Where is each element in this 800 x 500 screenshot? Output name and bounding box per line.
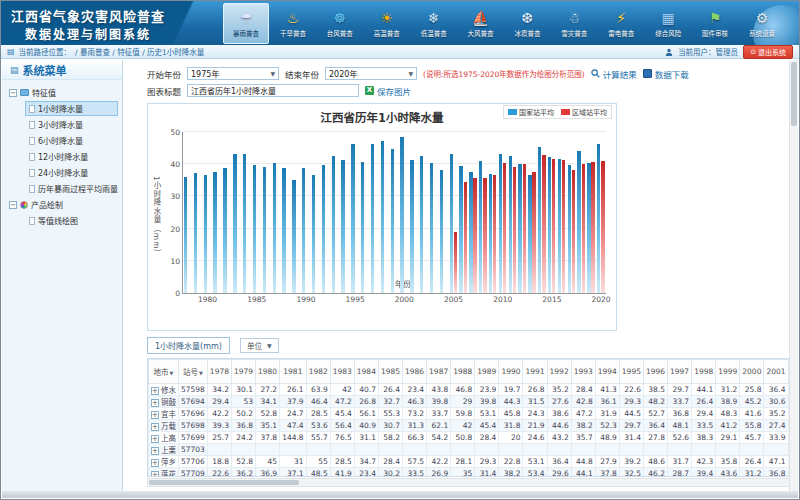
- sidebar-item-等值线绘图[interactable]: 等值线绘图: [25, 213, 118, 228]
- value-cell: 40.9: [354, 420, 378, 432]
- nav-item-wind[interactable]: ⛵大风普查: [458, 3, 504, 44]
- column-header-year[interactable]: 1990: [499, 360, 523, 384]
- end-year-select[interactable]: 2020年▼: [325, 67, 417, 80]
- gridline: [183, 131, 606, 132]
- bar-national-avg: [322, 165, 325, 293]
- column-header-year[interactable]: 1995: [619, 360, 643, 384]
- range-note: (说明:所选1975-2020年数据作为绘图分析范围): [423, 68, 585, 79]
- city-cell[interactable]: +万载: [149, 420, 179, 432]
- column-header-year[interactable]: 1979: [231, 360, 255, 384]
- tree-group-products[interactable]: −产品绘制: [4, 197, 120, 212]
- row-expand-icon[interactable]: +: [151, 459, 159, 467]
- bar-national-avg: [499, 154, 502, 293]
- value-cell: [692, 444, 716, 456]
- city-cell[interactable]: +上栗: [149, 444, 179, 456]
- bar-national-avg: [577, 151, 580, 293]
- row-expand-icon[interactable]: +: [151, 411, 159, 419]
- city-cell[interactable]: +宜丰: [149, 408, 179, 420]
- sidebar-item-6小时降水量[interactable]: 6小时降水量: [25, 133, 118, 148]
- sidebar-item-24小时降水量[interactable]: 24小时降水量: [25, 165, 118, 180]
- tree-group-label: 特征值: [32, 87, 56, 98]
- row-expand-icon[interactable]: +: [151, 435, 159, 443]
- sidebar-item-1小时降水量[interactable]: 1小时降水量: [25, 101, 118, 116]
- column-header-year[interactable]: 1996: [643, 360, 667, 384]
- column-header-year[interactable]: 2000: [740, 360, 764, 384]
- calculate-button[interactable]: 计算结果: [591, 68, 637, 80]
- column-header-year[interactable]: 1983: [330, 360, 354, 384]
- scrollbar-thumb[interactable]: [791, 62, 797, 126]
- city-cell[interactable]: +莲花: [149, 468, 179, 478]
- bar-national-avg: [400, 137, 403, 293]
- sidebar: ▤ 系统菜单 −特征值1小时降水量3小时降水量6小时降水量12小时降水量24小时…: [2, 60, 123, 491]
- column-header-year[interactable]: 1986: [403, 360, 427, 384]
- row-expand-icon[interactable]: +: [151, 447, 159, 455]
- data-download-button[interactable]: 数据下载: [643, 68, 689, 80]
- city-cell[interactable]: +上高: [149, 432, 179, 444]
- city-cell[interactable]: +铜鼓: [149, 396, 179, 408]
- column-header-year[interactable]: 1989: [475, 360, 499, 384]
- value-cell: 43.8: [427, 384, 451, 396]
- value-cell: [378, 444, 402, 456]
- column-header-year[interactable]: 1994: [595, 360, 619, 384]
- column-header-year[interactable]: 1997: [668, 360, 692, 384]
- collapse-icon[interactable]: −: [9, 89, 17, 97]
- column-header-year[interactable]: 1978: [207, 360, 231, 384]
- nav-item-typhoon[interactable]: ☸台风普查: [317, 3, 363, 44]
- row-expand-icon[interactable]: +: [151, 423, 159, 431]
- value-cell: 31: [280, 456, 306, 468]
- column-header-year[interactable]: 1981: [280, 360, 306, 384]
- row-expand-icon[interactable]: +: [151, 387, 159, 395]
- column-header-year[interactable]: 2001: [764, 360, 788, 384]
- nav-item-snow[interactable]: ☃雪灾普查: [551, 3, 597, 44]
- column-header-year[interactable]: 1999: [716, 360, 740, 384]
- column-header-year[interactable]: 1998: [692, 360, 716, 384]
- column-header-year[interactable]: 1991: [523, 360, 547, 384]
- nav-item-comprehensive-risk[interactable]: ▦综合风险: [645, 3, 691, 44]
- nav-item-hail[interactable]: ❆冰雹普查: [504, 3, 550, 44]
- value-cell: 53.4: [523, 468, 547, 478]
- city-cell[interactable]: +萍乡: [149, 456, 179, 468]
- unit-select[interactable]: 单位▼: [240, 338, 279, 353]
- start-year-select[interactable]: 1975年▼: [187, 67, 279, 80]
- row-expand-icon[interactable]: +: [151, 471, 159, 477]
- column-header-station[interactable]: 站号▼: [179, 360, 208, 384]
- station-data-table: 地市▼站号▼1978197919801981198219831984198519…: [148, 359, 795, 477]
- chart-title-input[interactable]: [187, 84, 359, 97]
- city-cell[interactable]: +修水: [149, 384, 179, 396]
- nav-item-high-temp[interactable]: ☀高温普查: [364, 3, 410, 44]
- value-cell: [403, 444, 427, 456]
- nav-item-system-settings[interactable]: ⚙系统设置: [739, 3, 785, 44]
- save-image-button[interactable]: X 保存图片: [365, 85, 411, 97]
- nav-item-map-review[interactable]: ⚑图件审核: [692, 3, 738, 44]
- sidebar-item-3小时降水量[interactable]: 3小时降水量: [25, 117, 118, 132]
- column-header-year[interactable]: 1984: [354, 360, 378, 384]
- nav-item-rainstorm[interactable]: ☂暴雨普查: [223, 3, 269, 44]
- collapse-icon[interactable]: −: [9, 201, 17, 209]
- table-horizontal-scrollbar[interactable]: [147, 478, 795, 487]
- value-cell: 44.1: [692, 384, 716, 396]
- column-header-year[interactable]: 1982: [306, 360, 330, 384]
- page-vertical-scrollbar[interactable]: [789, 60, 798, 491]
- sidebar-item-12小时降水量[interactable]: 12小时降水量: [25, 149, 118, 164]
- scrollbar-thumb[interactable]: [149, 480, 299, 485]
- nav-item-drought[interactable]: ♨干旱普查: [270, 3, 316, 44]
- table-tab[interactable]: 1小时降水量(mm): [147, 337, 230, 354]
- value-cell: 22.6: [619, 384, 643, 396]
- value-cell: 48.5: [306, 468, 330, 478]
- column-header-year[interactable]: 1980: [256, 360, 280, 384]
- column-header-year[interactable]: 1988: [451, 360, 475, 384]
- logout-button[interactable]: ⊙退出系统: [743, 45, 793, 59]
- nav-item-lightning[interactable]: ⚡雷电普查: [598, 3, 644, 44]
- sidebar-item-历年暴雨过程平均雨量[interactable]: 历年暴雨过程平均雨量: [25, 181, 118, 196]
- tree-group-features[interactable]: −特征值: [4, 85, 120, 100]
- column-header-year[interactable]: 1992: [547, 360, 571, 384]
- column-header-year[interactable]: 1993: [571, 360, 595, 384]
- bar-national-avg: [440, 170, 443, 293]
- nav-item-low-temp[interactable]: ❄低温普查: [411, 3, 457, 44]
- column-header-year[interactable]: 1985: [378, 360, 402, 384]
- value-cell: 28.4: [571, 384, 595, 396]
- row-expand-icon[interactable]: +: [151, 399, 159, 407]
- column-header-year[interactable]: 1987: [427, 360, 451, 384]
- bar-regional-avg: [562, 160, 565, 293]
- column-header-city[interactable]: 地市▼: [149, 360, 179, 384]
